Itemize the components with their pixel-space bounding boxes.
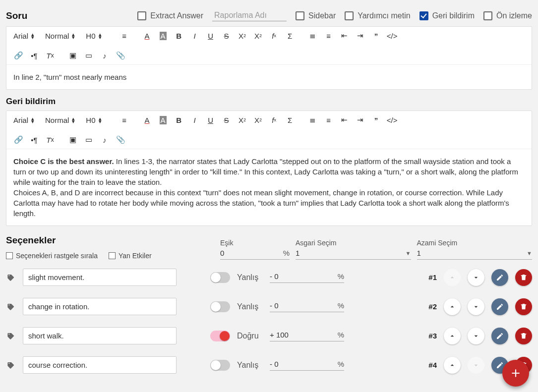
extract-answer-checkbox[interactable]: Extract Answer	[137, 11, 203, 20]
pilcrow-icon[interactable]: •¶	[27, 50, 41, 61]
option-text-input[interactable]	[23, 327, 177, 344]
video-icon[interactable]: ▭	[82, 50, 96, 61]
correct-toggle[interactable]	[210, 331, 230, 341]
helper-text-checkbox[interactable]: Yardımcı metin	[345, 11, 410, 20]
checkbox-icon	[345, 11, 354, 20]
underline-icon[interactable]: U	[204, 30, 218, 42]
formula-icon[interactable]: fx	[267, 30, 281, 42]
audio-icon[interactable]: ♪	[98, 134, 112, 146]
add-option-fab[interactable]	[502, 360, 529, 387]
text-color-icon[interactable]: A	[140, 30, 154, 42]
pilcrow-icon[interactable]: •¶	[27, 134, 41, 146]
video-icon[interactable]: ▭	[82, 134, 96, 146]
audio-icon[interactable]: ♪	[98, 50, 112, 61]
tag-icon[interactable]	[6, 274, 16, 281]
unordered-list-icon[interactable]: ≡	[322, 114, 336, 126]
highlight-icon[interactable]: A	[156, 114, 170, 126]
move-down-button[interactable]	[468, 298, 484, 315]
strike-icon[interactable]: S	[220, 114, 234, 126]
move-up-button[interactable]	[444, 328, 461, 344]
align-icon[interactable]: ≡	[118, 114, 131, 126]
outdent-icon[interactable]: ⇤	[338, 114, 352, 126]
indent-icon[interactable]: ⇥	[354, 30, 367, 42]
question-content[interactable]: In line 2, "turn" most nearly means	[6, 65, 532, 89]
score-input[interactable]: - 0%	[270, 301, 344, 312]
reporting-name-input[interactable]	[212, 10, 287, 21]
sigma-icon[interactable]: Σ	[283, 30, 297, 42]
image-icon[interactable]: ▣	[66, 134, 80, 146]
font-select[interactable]: Arial▴▾	[11, 115, 36, 125]
attachment-icon[interactable]: 📎	[114, 134, 127, 146]
move-down-button[interactable]	[468, 328, 484, 344]
code-icon[interactable]: </>	[385, 30, 399, 42]
italic-icon[interactable]: I	[188, 114, 202, 126]
bold-icon[interactable]: B	[172, 30, 186, 42]
tag-icon[interactable]	[6, 332, 16, 340]
score-input[interactable]: - 0%	[270, 360, 344, 371]
clear-format-icon[interactable]: Tx	[43, 134, 57, 146]
underline-icon[interactable]: U	[204, 114, 218, 126]
min-select-field[interactable]: Asgari Seçim 1▼	[296, 239, 411, 260]
correct-toggle[interactable]	[210, 360, 230, 371]
quote-icon[interactable]: ”	[369, 30, 383, 42]
link-icon[interactable]: 🔗	[11, 50, 25, 61]
feedback-checkbox[interactable]: Geri bildirim	[419, 11, 475, 20]
subscript-icon[interactable]: X2	[236, 30, 249, 42]
tag-icon[interactable]	[6, 361, 16, 369]
correct-toggle[interactable]	[210, 272, 230, 283]
edit-button[interactable]	[491, 328, 508, 344]
option-text-input[interactable]	[23, 356, 177, 374]
text-color-icon[interactable]: A	[140, 114, 154, 126]
max-select-field[interactable]: Azami Seçim 1▼	[417, 239, 533, 260]
outdent-icon[interactable]: ⇤	[338, 30, 352, 42]
superscript-icon[interactable]: X2	[251, 30, 265, 42]
shuffle-checkbox[interactable]: Seçenekleri rastgele sırala	[6, 252, 98, 260]
feedback-content[interactable]: Choice C is the best answer. In lines 1-…	[6, 149, 532, 225]
bold-icon[interactable]: B	[172, 114, 186, 126]
side-effects-checkbox[interactable]: Yan Etkiler	[109, 252, 152, 260]
heading-select[interactable]: H0▴▾	[84, 115, 103, 125]
weight-select[interactable]: Normal▴▾	[43, 31, 77, 41]
options-header: Seçenekler Seçenekleri rastgele sırala Y…	[6, 235, 532, 260]
feedback-toolbar: Arial▴▾ Normal▴▾ H0▴▾ ≡ A A B I U S X2 X…	[6, 111, 532, 149]
ordered-list-icon[interactable]: ≣	[306, 30, 320, 42]
score-input[interactable]: - 0%	[270, 272, 344, 283]
option-text-input[interactable]	[23, 298, 177, 315]
option-text-input[interactable]	[23, 269, 177, 286]
unordered-list-icon[interactable]: ≡	[322, 30, 336, 42]
clear-format-icon[interactable]: Tx	[43, 50, 57, 61]
move-up-button[interactable]	[444, 298, 461, 315]
code-icon[interactable]: </>	[385, 114, 399, 126]
score-input[interactable]: + 100%	[270, 331, 344, 341]
subscript-icon[interactable]: X2	[236, 114, 249, 126]
sigma-icon[interactable]: Σ	[283, 114, 297, 126]
delete-button[interactable]	[515, 328, 532, 344]
edit-button[interactable]	[491, 269, 508, 286]
options-title: Seçenekler	[6, 235, 214, 246]
superscript-icon[interactable]: X2	[251, 114, 265, 126]
heading-select[interactable]: H0▴▾	[84, 31, 103, 41]
indent-icon[interactable]: ⇥	[354, 114, 367, 126]
tag-icon[interactable]	[6, 303, 16, 311]
italic-icon[interactable]: I	[188, 30, 202, 42]
quote-icon[interactable]: ”	[369, 114, 383, 126]
attachment-icon[interactable]: 📎	[114, 50, 127, 61]
delete-button[interactable]	[515, 298, 532, 315]
link-icon[interactable]: 🔗	[11, 134, 25, 146]
ordered-list-icon[interactable]: ≣	[306, 114, 320, 126]
font-select[interactable]: Arial▴▾	[11, 31, 36, 41]
sidebar-checkbox[interactable]: Sidebar	[296, 11, 336, 20]
threshold-field[interactable]: Eşik 0%	[220, 239, 290, 260]
preview-checkbox[interactable]: Ön izleme	[483, 11, 532, 20]
formula-icon[interactable]: fx	[267, 114, 281, 126]
move-up-button[interactable]	[444, 357, 461, 374]
correct-toggle[interactable]	[210, 301, 230, 312]
delete-button[interactable]	[515, 269, 532, 286]
edit-button[interactable]	[491, 298, 508, 315]
weight-select[interactable]: Normal▴▾	[43, 115, 77, 125]
move-down-button[interactable]	[468, 269, 484, 286]
image-icon[interactable]: ▣	[66, 50, 80, 61]
align-icon[interactable]: ≡	[118, 30, 131, 42]
strike-icon[interactable]: S	[220, 30, 234, 42]
highlight-icon[interactable]: A	[156, 30, 170, 42]
